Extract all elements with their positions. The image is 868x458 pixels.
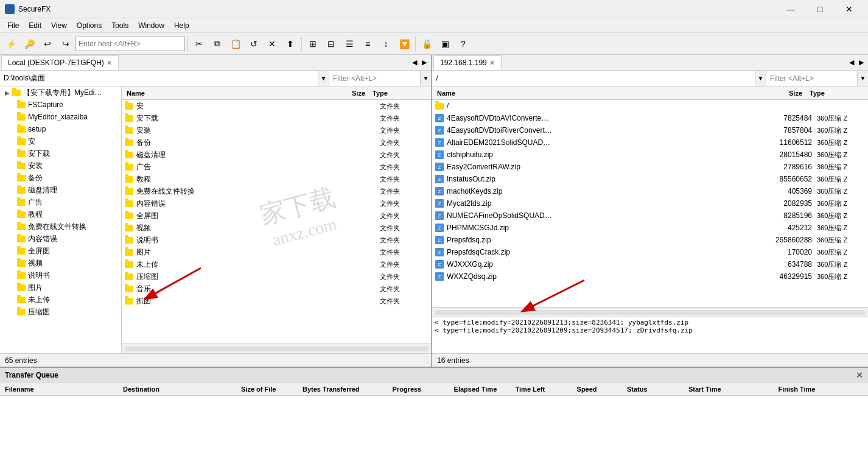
host-input[interactable] <box>75 37 185 51</box>
right-tab-next[interactable]: ▶ <box>857 58 866 66</box>
toolbar-help[interactable]: ? <box>455 35 472 52</box>
toolbar-connect[interactable]: ⚡ <box>2 35 19 52</box>
list-item[interactable]: ZInstatusOut.zip85560652360压缩 Z <box>432 173 868 185</box>
right-path-dropdown[interactable]: ▼ <box>755 71 766 86</box>
tree-item[interactable]: 安下载 <box>0 147 121 160</box>
toolbar-view3[interactable]: ☰ <box>341 35 358 52</box>
left-tab-local[interactable]: Local (DESKTOP-7ETGFQH) ✕ <box>1 55 119 70</box>
toolbar-back[interactable]: ↩ <box>39 35 56 52</box>
menu-window[interactable]: Window <box>133 20 169 31</box>
list-item[interactable]: 内容错误文件夹 <box>122 197 431 210</box>
list-item[interactable]: ZWJXXXGq.zip634788360压缩 Z <box>432 258 868 270</box>
tree-item[interactable]: 说明书 <box>0 269 121 281</box>
list-item[interactable]: 安下载文件夹 <box>122 112 431 124</box>
tree-item[interactable]: 磁盘清理 <box>0 184 121 196</box>
list-item[interactable]: 图片文件夹 <box>122 246 431 258</box>
menu-file[interactable]: File <box>2 20 24 31</box>
menu-help[interactable]: Help <box>169 20 194 31</box>
tree-item[interactable]: 内容错误 <box>0 233 121 245</box>
toolbar-lock[interactable]: 🔒 <box>418 35 435 52</box>
left-path-dropdown[interactable]: ▼ <box>318 71 329 86</box>
toolbar-view4[interactable]: ≡ <box>359 35 376 52</box>
toolbar-refresh[interactable]: ↺ <box>245 35 262 52</box>
right-path-input[interactable] <box>432 71 755 86</box>
list-item[interactable]: 备份文件夹 <box>122 136 431 149</box>
toolbar-paste[interactable]: 📋 <box>227 35 244 52</box>
list-item[interactable]: Z4EasysoftDVDtoAVIConverte…7825484360压缩 … <box>432 112 868 124</box>
list-item[interactable]: 免费在线文件转换文件夹 <box>122 185 431 197</box>
toolbar-filter[interactable]: 🔽 <box>396 35 413 52</box>
right-tab-prev[interactable]: ◀ <box>847 58 856 66</box>
menu-edit[interactable]: Edit <box>24 20 46 31</box>
list-item[interactable]: 未上传文件夹 <box>122 258 431 270</box>
tree-item[interactable]: 全屏图 <box>0 245 121 257</box>
tree-item[interactable]: 安装 <box>0 160 121 172</box>
toolbar-term[interactable]: ▣ <box>436 35 453 52</box>
left-filter-dropdown[interactable]: ▼ <box>420 71 431 86</box>
right-hscrollbar[interactable] <box>432 307 868 317</box>
tree-item[interactable]: 图片 <box>0 281 121 294</box>
toolbar-view1[interactable]: ⊞ <box>304 35 321 52</box>
right-filter-dropdown[interactable]: ▼ <box>857 71 868 86</box>
toolbar-stop[interactable]: ✕ <box>264 35 281 52</box>
toolbar-upload[interactable]: ⬆ <box>282 35 299 52</box>
list-item[interactable]: ZAltairEDEM2021SolidSQUAD…11606512360压缩 … <box>432 136 868 149</box>
tree-item[interactable]: ▶ 【安下载专用】MyEdi… <box>0 86 121 99</box>
right-filter-input[interactable] <box>766 71 857 86</box>
list-item[interactable]: 安装文件夹 <box>122 124 431 136</box>
list-item[interactable]: 磁盘清理文件夹 <box>122 149 431 161</box>
right-tab-close[interactable]: ✕ <box>489 59 495 67</box>
tree-item[interactable]: 备份 <box>0 172 121 184</box>
left-tab-next[interactable]: ▶ <box>420 58 429 66</box>
left-file-list[interactable]: 安文件夹 安下载文件夹 安装文件夹 备份文件夹 磁盘清理文件夹 广告文件夹 教程… <box>122 100 431 344</box>
close-button[interactable]: ✕ <box>835 0 863 18</box>
minimize-button[interactable]: — <box>777 0 805 18</box>
tree-item[interactable]: 压缩图 <box>0 306 121 318</box>
toolbar-cut[interactable]: ✂ <box>191 35 208 52</box>
tree-item[interactable]: 视频 <box>0 257 121 269</box>
right-tab-remote[interactable]: 192.168.1.199 ✕ <box>433 55 502 70</box>
tree-item[interactable]: 安 <box>0 135 121 147</box>
toolbar-copy[interactable]: ⧉ <box>209 35 226 52</box>
list-item[interactable]: 全屏图文件夹 <box>122 210 431 222</box>
menu-view[interactable]: View <box>46 20 72 31</box>
menu-options[interactable]: Options <box>72 20 107 31</box>
list-item[interactable]: 压缩图文件夹 <box>122 270 431 283</box>
tree-item[interactable]: setup <box>0 123 121 135</box>
list-item[interactable]: 说明书文件夹 <box>122 234 431 246</box>
left-tab-prev[interactable]: ◀ <box>410 58 419 66</box>
list-item[interactable]: ZWXXZQdsq.zip46329915360压缩 Z <box>432 270 868 283</box>
list-item[interactable]: 视频文件夹 <box>122 222 431 234</box>
left-filter-input[interactable] <box>329 71 420 86</box>
toolbar-sort[interactable]: ↕ <box>377 35 394 52</box>
list-item[interactable]: Z4EasysoftDVDtoiRiverConvert…7857804360压… <box>432 124 868 136</box>
toolbar-key[interactable]: 🔑 <box>21 35 38 52</box>
list-item[interactable]: ZPrepsfdsqCrack.zip170020360压缩 Z <box>432 246 868 258</box>
maximize-button[interactable]: □ <box>806 0 834 18</box>
right-file-list[interactable]: / Z4EasysoftDVDtoAVIConverte…7825484360压… <box>432 100 868 307</box>
list-item[interactable]: ZPHPMMCSGJd.zip425212360压缩 Z <box>432 222 868 234</box>
tree-item[interactable]: FSCapture <box>0 99 121 111</box>
list-item[interactable]: 广告文件夹 <box>122 161 431 173</box>
left-hscrollbar[interactable] <box>122 344 431 353</box>
list-item[interactable]: ZEasy2ConvertRAW.zip2789616360压缩 Z <box>432 161 868 173</box>
transfer-queue-close[interactable]: ✕ <box>856 370 863 380</box>
list-item[interactable]: 教程文件夹 <box>122 173 431 185</box>
tree-item[interactable]: 未上传 <box>0 294 121 306</box>
left-tab-close[interactable]: ✕ <box>107 59 112 67</box>
list-item[interactable]: 音乐文件夹 <box>122 283 431 295</box>
list-item[interactable]: 安文件夹 <box>122 100 431 112</box>
list-item[interactable]: / <box>432 100 868 112</box>
list-item[interactable]: ZMycat2fds.zip2082935360压缩 Z <box>432 197 868 210</box>
list-item[interactable]: ZNUMECAFineOpSolidSQUAD…8285196360压缩 Z <box>432 210 868 222</box>
left-path-input[interactable] <box>0 71 318 86</box>
tree-item[interactable]: 免费在线文件转换 <box>0 220 121 233</box>
tree-item[interactable]: 广告 <box>0 196 121 208</box>
list-item[interactable]: ZPrepsfdsq.zip265860288360压缩 Z <box>432 234 868 246</box>
toolbar-forward[interactable]: ↪ <box>57 35 74 52</box>
toolbar-view2[interactable]: ⊟ <box>323 35 340 52</box>
tree-item[interactable]: MyEditor_xiazaiba <box>0 111 121 123</box>
tree-item[interactable]: 教程 <box>0 208 121 220</box>
list-item[interactable]: Zctshiphuifu.zip28015480360压缩 Z <box>432 149 868 161</box>
menu-tools[interactable]: Tools <box>107 20 133 31</box>
